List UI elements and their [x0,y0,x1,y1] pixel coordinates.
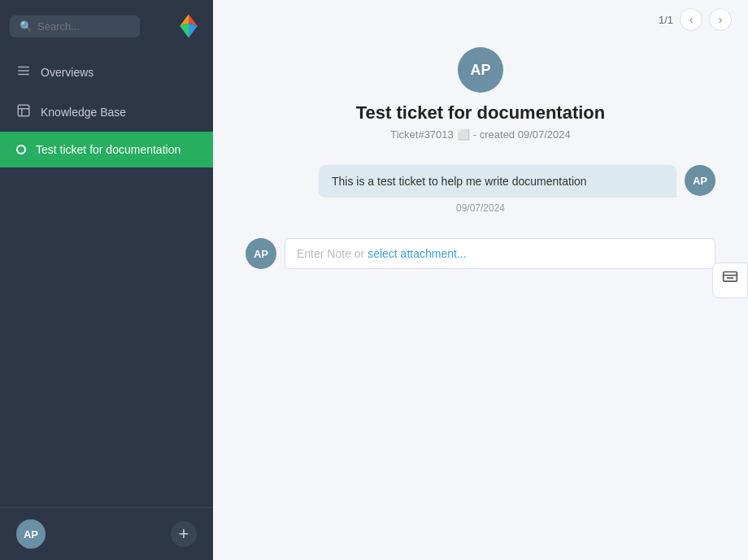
user-avatar[interactable]: AP [16,519,46,549]
active-item-label: Test ticket for documentation [36,143,180,156]
attachment-link[interactable]: select attachment... [367,247,466,260]
app-logo [174,11,203,41]
pagination-label: 1/1 [659,14,673,26]
chat-icon [722,270,738,290]
sidebar-item-knowledge-base[interactable]: Knowledge Base [0,92,213,132]
ticket-user-avatar: AP [458,47,503,93]
message-row: This is a test ticket to help me write d… [246,165,715,198]
svg-rect-10 [724,272,737,282]
ticket-title: Test ticket for documentation [356,102,605,124]
message-avatar: AP [685,165,715,196]
message-bubble: This is a test ticket to help me write d… [319,165,676,198]
reply-user-avatar: AP [246,238,276,269]
list-icon [16,63,31,80]
message-date: 09/07/2024 [456,202,505,214]
sidebar-item-active-ticket[interactable]: Test ticket for documentation [0,132,213,167]
search-icon: 🔍 [20,20,33,33]
message-content: This is a test ticket to help me write d… [332,175,587,188]
ticket-meta: Ticket#37013 ⬜ - created 09/07/2024 [390,128,571,141]
main-content: 1/1 ‹ › AP Test ticket for documentation… [213,0,748,560]
side-chat-button[interactable] [712,263,748,298]
reply-input-area[interactable]: Enter Note or select attachment... [285,238,715,269]
reply-placeholder-text: Enter Note or [297,247,367,260]
ticket-number: Ticket#37013 [390,128,454,141]
sidebar-item-label: Knowledge Base [41,106,126,119]
reply-row: AP Enter Note or select attachment... [246,238,715,269]
search-input[interactable] [37,20,130,33]
chevron-right-icon: › [719,13,723,26]
sidebar-footer: AP + [0,507,213,560]
ticket-copy-icon: ⬜ [457,128,470,141]
search-bar[interactable]: 🔍 [10,15,140,37]
next-button[interactable]: › [709,8,732,31]
prev-button[interactable]: ‹ [680,8,702,31]
sidebar-item-overviews[interactable]: Overviews [0,52,213,92]
svg-rect-7 [18,105,29,116]
ticket-created: - created 09/07/2024 [473,128,571,141]
book-icon [16,103,31,120]
active-indicator-icon [16,145,26,154]
add-button[interactable]: + [171,521,197,547]
sidebar: 🔍 Overviews [0,0,213,560]
ticket-area: AP Test ticket for documentation Ticket#… [213,39,748,560]
top-bar: 1/1 ‹ › [213,0,748,39]
chevron-left-icon: ‹ [689,13,694,26]
sidebar-item-label: Overviews [41,66,94,79]
sidebar-header: 🔍 [0,0,213,52]
